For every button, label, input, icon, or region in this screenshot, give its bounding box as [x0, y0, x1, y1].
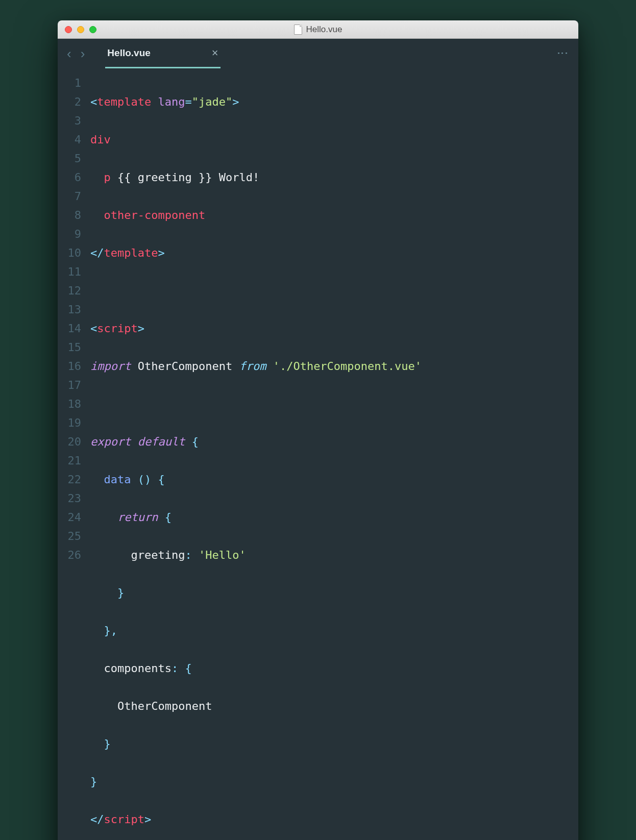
zoom-window-button[interactable]	[89, 26, 96, 33]
window-title: Hello.vue	[58, 24, 578, 35]
more-menu-icon[interactable]: ⋮	[556, 47, 569, 60]
nav-chevrons: ‹ ›	[67, 46, 85, 62]
close-window-button[interactable]	[65, 26, 72, 33]
traffic-lights	[65, 26, 96, 33]
editor-area[interactable]: 123 456 789 101112 131415 161718 192021 …	[58, 68, 578, 840]
nav-forward-icon[interactable]: ›	[81, 46, 85, 62]
line-gutter: 123 456 789 101112 131415 161718 192021 …	[58, 73, 90, 840]
tab-bar: ‹ › Hello.vue × ⋮	[58, 39, 578, 68]
tab-close-icon[interactable]: ×	[212, 46, 218, 60]
nav-back-icon[interactable]: ‹	[67, 46, 71, 62]
editor-window: Hello.vue ‹ › Hello.vue × ⋮ 123 456 789 …	[58, 20, 578, 840]
tab-hello-vue[interactable]: Hello.vue ×	[105, 39, 220, 68]
window-title-text: Hello.vue	[306, 24, 343, 35]
tab-label: Hello.vue	[107, 47, 150, 59]
file-icon	[294, 24, 302, 35]
titlebar: Hello.vue	[58, 20, 578, 39]
code-content[interactable]: <template lang="jade"> div p {{ greeting…	[90, 73, 578, 840]
minimize-window-button[interactable]	[77, 26, 84, 33]
